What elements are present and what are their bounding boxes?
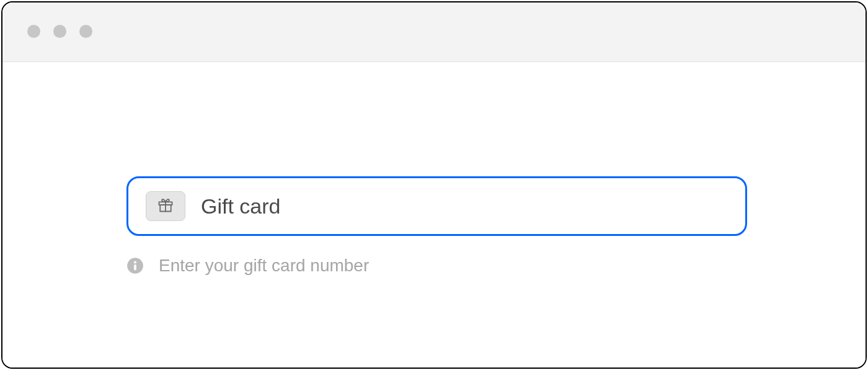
content-area: Enter your gift card number xyxy=(2,62,866,368)
gift-icon-badge xyxy=(146,191,185,221)
window-minimize-button[interactable] xyxy=(53,25,66,38)
window-titlebar xyxy=(2,2,866,62)
helper-row: Enter your gift card number xyxy=(126,256,866,276)
gift-card-input[interactable] xyxy=(201,178,745,234)
gift-card-input-wrapper[interactable] xyxy=(126,176,747,236)
app-window: Enter your gift card number xyxy=(1,1,867,369)
svg-rect-5 xyxy=(134,264,136,271)
info-icon xyxy=(126,257,144,274)
window-close-button[interactable] xyxy=(27,25,40,38)
gift-icon xyxy=(157,196,174,216)
svg-point-4 xyxy=(134,261,136,263)
gift-card-helper-text: Enter your gift card number xyxy=(159,256,369,276)
window-maximize-button[interactable] xyxy=(79,25,92,38)
